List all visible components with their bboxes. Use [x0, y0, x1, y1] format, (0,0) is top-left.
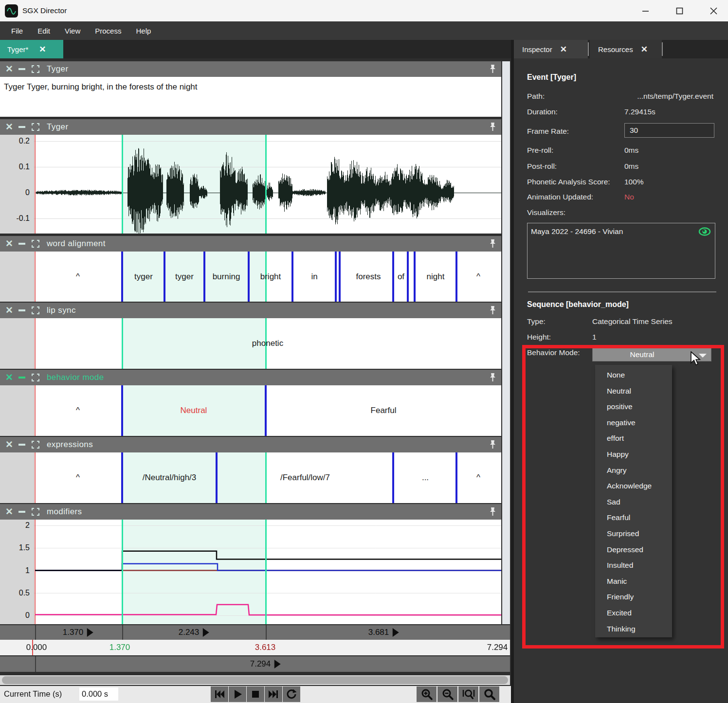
track-label: of [398, 272, 404, 282]
segment-play-icon[interactable] [87, 628, 93, 637]
panel-close-icon[interactable]: ✕ [5, 120, 13, 134]
tab-inspector[interactable]: Inspector✕ [514, 40, 588, 58]
panel-expand-icon[interactable] [32, 240, 39, 248]
panel-minimize-icon[interactable] [18, 444, 25, 446]
panel-minimize-icon[interactable] [18, 309, 25, 311]
tab-separator [662, 42, 663, 56]
option-angry[interactable]: Angry [595, 463, 672, 479]
option-excited[interactable]: Excited [595, 605, 672, 621]
segment-play-icon[interactable] [274, 660, 280, 668]
panel-header-word-alignment: ✕word alignment [0, 236, 501, 252]
panel-expand-icon[interactable] [32, 441, 39, 449]
modifiers-canvas [0, 520, 501, 624]
option-negative[interactable]: negative [595, 415, 672, 431]
transport-bar: Current Time (s)0.000 s [0, 686, 511, 703]
panel-close-icon[interactable]: ✕ [5, 505, 13, 519]
panel-header-text: ✕Tyger [0, 61, 501, 77]
pin-icon[interactable] [489, 306, 496, 315]
panel-minimize-icon[interactable] [18, 377, 25, 379]
option-none[interactable]: None [595, 367, 672, 383]
frame-rate-input[interactable]: 30 [624, 123, 714, 138]
panel-expand-icon[interactable] [32, 508, 39, 516]
panel-minimize-icon[interactable] [18, 126, 25, 128]
stop-button[interactable] [247, 686, 264, 702]
pin-icon[interactable] [489, 64, 496, 74]
pin-icon[interactable] [489, 122, 496, 132]
option-fearful[interactable]: Fearful [595, 510, 672, 526]
pin-icon[interactable] [489, 373, 496, 382]
visualizer-item[interactable]: Maya 2022 - 24696 - Vivian [531, 227, 623, 236]
panel-expand-icon[interactable] [32, 374, 39, 381]
option-depressed[interactable]: Depressed [595, 542, 672, 558]
zoom-all-button[interactable] [479, 686, 499, 702]
segment-boundary [407, 252, 409, 302]
current-time-input[interactable]: 0.000 s [79, 687, 118, 701]
timeline-segment-label[interactable]: 1.370 [63, 628, 93, 637]
option-manic[interactable]: Manic [595, 574, 672, 590]
inspector-panel: Inspector✕Resources✕ Event [Tyger] Path:… [514, 40, 728, 703]
menu-help[interactable]: Help [128, 21, 158, 40]
loop-button[interactable] [283, 686, 300, 702]
option-neutral[interactable]: Neutral [595, 383, 672, 399]
tab-resources[interactable]: Resources✕ [590, 40, 662, 58]
option-friendly[interactable]: Friendly [595, 589, 672, 605]
skip-end-button[interactable] [265, 686, 282, 702]
horizontal-scrollbar-handle[interactable] [2, 676, 508, 684]
panel-title: modifiers [47, 507, 82, 517]
zoom-selection-button[interactable] [458, 686, 478, 702]
option-insulted[interactable]: Insulted [595, 558, 672, 574]
zoom-out-button[interactable] [437, 686, 457, 702]
ruler-time-label: 1.370 [109, 643, 130, 652]
menu-file[interactable]: File [4, 21, 30, 40]
timeline-segment-label[interactable]: 2.243 [179, 628, 209, 637]
minimize-button[interactable] [634, 0, 656, 21]
close-button[interactable] [702, 0, 725, 21]
menu-view[interactable]: View [57, 21, 88, 40]
option-effort[interactable]: effort [595, 431, 672, 447]
visibility-eye-icon[interactable] [698, 227, 711, 238]
panel-close-icon[interactable]: ✕ [5, 303, 13, 318]
timeline-segment-label[interactable]: 3.681 [368, 628, 399, 637]
segment-play-icon[interactable] [392, 628, 399, 637]
panel-minimize-icon[interactable] [18, 68, 25, 70]
axis-tick-label: 0.2 [19, 137, 30, 145]
option-acknowledge[interactable]: Acknowledge [595, 478, 672, 494]
horizontal-scrollbar[interactable] [0, 675, 510, 685]
play-button[interactable] [229, 686, 246, 702]
segment-boundary [265, 385, 267, 436]
tab-tyger-close-icon[interactable]: ✕ [39, 44, 46, 54]
segment-play-icon[interactable] [202, 628, 209, 637]
menu-edit[interactable]: Edit [30, 21, 57, 40]
axis-tick-label: 1.5 [19, 543, 30, 552]
pin-icon[interactable] [489, 440, 496, 450]
maximize-button[interactable] [668, 0, 691, 21]
vertical-scrollbar[interactable] [502, 61, 510, 624]
tab-tyger[interactable]: Tyger* ✕ [0, 40, 63, 58]
option-surprised[interactable]: Surprised [595, 526, 672, 542]
panel-close-icon[interactable]: ✕ [5, 236, 13, 251]
panel-expand-icon[interactable] [32, 123, 39, 131]
waveform-axis: 0.20.10-0.1 [0, 135, 34, 234]
menu-process[interactable]: Process [88, 21, 128, 40]
chevron-down-icon [699, 354, 707, 358]
panel-close-icon[interactable]: ✕ [5, 370, 13, 385]
option-positive[interactable]: positive [595, 399, 672, 415]
option-happy[interactable]: Happy [595, 447, 672, 463]
timeline-segment-label[interactable]: 7.294 [250, 659, 281, 669]
pin-icon[interactable] [489, 239, 496, 249]
option-thinking[interactable]: Thinking [595, 621, 672, 637]
pin-icon[interactable] [489, 507, 496, 517]
panel-close-icon[interactable]: ✕ [5, 62, 13, 76]
panel-minimize-icon[interactable] [18, 511, 25, 513]
panel-close-icon[interactable]: ✕ [5, 437, 13, 452]
tab-label: Resources [598, 45, 633, 54]
panel-expand-icon[interactable] [32, 65, 39, 73]
panel-expand-icon[interactable] [32, 306, 39, 314]
behavior-mode-dropdown[interactable]: Neutral [592, 348, 711, 361]
tab-close-icon[interactable]: ✕ [560, 44, 567, 54]
tab-close-icon[interactable]: ✕ [641, 44, 648, 54]
skip-start-button[interactable] [211, 686, 228, 702]
panel-minimize-icon[interactable] [18, 243, 25, 245]
option-sad[interactable]: Sad [595, 494, 672, 510]
zoom-in-button[interactable] [417, 686, 437, 702]
